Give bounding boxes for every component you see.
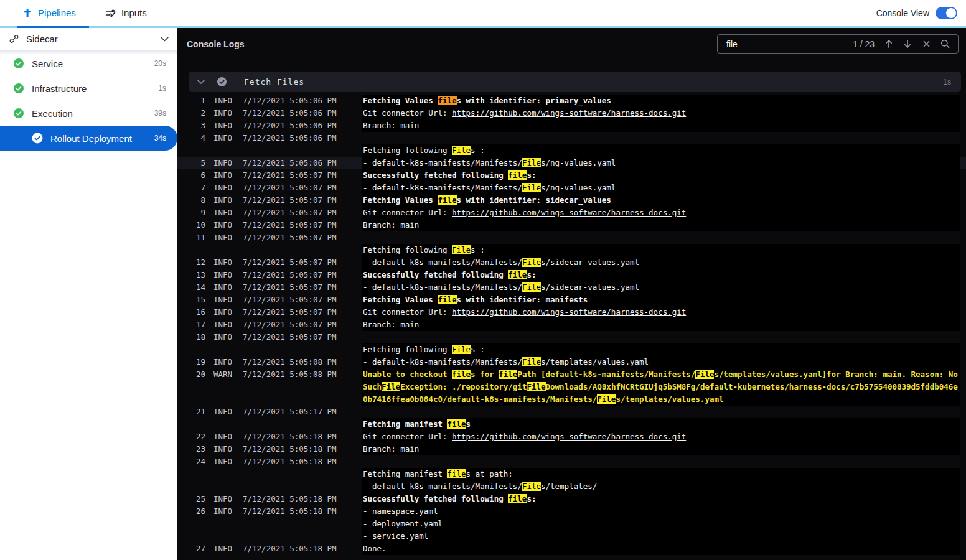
log-section-fetch-files[interactable]: Fetch Files 1s — [189, 72, 961, 92]
search-match: File — [522, 482, 541, 491]
log-row: 17INFO7/12/2021 5:05:07 PMBranch: main — [177, 319, 966, 331]
log-message: Fetching manifest files — [362, 418, 960, 431]
stage-label: Rollout Deployment — [50, 133, 132, 144]
log-line-number: 14 — [187, 281, 205, 294]
log-row: Fetching manifest files at path: — [177, 468, 966, 480]
search-input[interactable] — [725, 39, 853, 50]
arrow-up-icon[interactable] — [879, 37, 898, 52]
log-row: Fetching manifest files — [177, 418, 966, 431]
log-link[interactable]: https://github.com/wings-software/harnes… — [452, 432, 686, 441]
log-row: 10INFO7/12/2021 5:05:07 PMBranch: main — [177, 219, 966, 231]
log-timestamp: 7/12/2021 5:05:07 PM — [243, 169, 336, 182]
tab-inputs-label: Inputs — [121, 7, 147, 18]
log-level: INFO — [213, 455, 242, 468]
log-line-number: 10 — [187, 219, 205, 231]
log-level: INFO — [213, 119, 242, 132]
sidebar-item-infrastructure[interactable]: Infrastructure 1s — [0, 76, 177, 101]
log-row: - default-k8s-manifests/Manifests/Files/… — [177, 480, 966, 493]
log-message: - service.yaml — [362, 530, 960, 543]
log-line-number: 25 — [187, 493, 205, 505]
log-line-number: 19 — [187, 356, 205, 368]
log-row: 18INFO7/12/2021 5:05:07 PM — [177, 331, 966, 343]
log-row: 2INFO7/12/2021 5:05:06 PMGit connector U… — [177, 107, 966, 119]
log-row: 11INFO7/12/2021 5:05:07 PM — [177, 231, 966, 244]
success-check-icon — [13, 83, 24, 94]
chevron-down-icon[interactable] — [161, 37, 169, 42]
log-timestamp: 7/12/2021 5:05:07 PM — [243, 281, 336, 294]
log-message: Branch: main — [362, 119, 960, 132]
log-row: 4INFO7/12/2021 5:05:06 PM — [177, 132, 966, 144]
log-timestamp: 7/12/2021 5:05:07 PM — [243, 194, 336, 207]
log-link[interactable]: https://github.com/wings-software/harnes… — [452, 108, 686, 118]
sidebar-item-rollout-deployment[interactable]: Rollout Deployment 34s — [0, 126, 177, 151]
search-match: file — [447, 469, 466, 478]
search-match: file — [447, 419, 466, 429]
stage-label: Infrastructure — [32, 83, 87, 94]
arrow-down-icon[interactable] — [898, 37, 917, 52]
pipeline-header[interactable]: Sidecar — [0, 28, 177, 50]
log-message: Branch: main — [362, 219, 960, 231]
search-icon[interactable] — [936, 37, 954, 52]
log-line-number: 8 — [187, 194, 205, 207]
log-link[interactable]: https://github.com/wings-software/harnes… — [452, 307, 686, 317]
active-tab-underline — [17, 26, 89, 28]
log-line-number: 5 — [187, 157, 205, 169]
log-level: INFO — [213, 543, 242, 555]
log-message: - default-k8s-manifests/Manifests/Files/… — [362, 182, 960, 194]
log-timestamp: 7/12/2021 5:05:18 PM — [243, 443, 336, 455]
log-line-number: 17 — [187, 319, 205, 331]
search-match: File — [527, 382, 545, 391]
log-row: 13INFO7/12/2021 5:05:07 PMSuccessfully f… — [177, 269, 966, 281]
search-match: File — [522, 158, 541, 167]
sidebar-item-execution[interactable]: Execution 39s — [0, 101, 177, 126]
log-row: 8INFO7/12/2021 5:05:07 PMFetching Values… — [177, 194, 966, 207]
stage-duration: 1s — [158, 84, 166, 93]
log-level: INFO — [213, 207, 242, 219]
log-timestamp: 7/12/2021 5:05:17 PM — [243, 406, 336, 418]
log-timestamp: 7/12/2021 5:05:18 PM — [243, 455, 336, 468]
log-message: - namespace.yaml — [362, 505, 960, 518]
log-link[interactable]: https://github.com/wings-software/harnes… — [452, 208, 686, 217]
log-timestamp: 7/12/2021 5:05:06 PM — [243, 119, 336, 132]
search-match: file — [508, 270, 527, 279]
log-level: INFO — [213, 194, 242, 207]
success-check-icon — [32, 133, 43, 144]
log-message: Done. — [362, 543, 960, 555]
pipeline-icon — [22, 8, 32, 18]
log-row: Fetching following Files : — [177, 343, 966, 356]
close-icon[interactable] — [917, 37, 936, 52]
search-match: file — [508, 494, 527, 503]
search-match: file — [438, 96, 456, 105]
log-message: - default-k8s-manifests/Manifests/Files/… — [362, 256, 960, 269]
log-row: 19INFO7/12/2021 5:05:08 PM- default-k8s-… — [177, 356, 966, 368]
log-row: - deployment.yaml — [177, 518, 966, 530]
tab-inputs[interactable]: Inputs — [105, 7, 147, 18]
log-timestamp: 7/12/2021 5:05:07 PM — [243, 207, 336, 219]
tab-pipelines[interactable]: Pipelines — [22, 7, 76, 18]
log-level: INFO — [213, 319, 242, 331]
log-level: INFO — [213, 231, 242, 244]
log-level: INFO — [213, 493, 242, 505]
log-level: INFO — [213, 182, 242, 194]
stage-list: Service 20s Infrastructure 1s Execution … — [0, 50, 177, 151]
log-message: - default-k8s-manifests/Manifests/Files/… — [362, 281, 960, 294]
section-duration: 1s — [943, 78, 951, 86]
console-view-toggle[interactable] — [936, 7, 957, 19]
log-timestamp: 7/12/2021 5:05:07 PM — [243, 319, 336, 331]
log-timestamp: 7/12/2021 5:05:06 PM — [243, 132, 336, 144]
pipeline-stages-sidebar: Sidecar Service 20s Infrastructure 1s Ex… — [0, 28, 177, 560]
log-message: - deployment.yaml — [362, 518, 960, 530]
sidebar-item-service[interactable]: Service 20s — [0, 51, 177, 76]
search-match-count: 1 / 23 — [853, 39, 875, 49]
log-message: Fetching following Files : — [362, 144, 960, 157]
chevron-down-icon[interactable] — [197, 80, 205, 85]
log-level: INFO — [213, 256, 242, 269]
log-message: Git connector Url: https://github.com/wi… — [362, 207, 960, 219]
search-match: File — [452, 146, 471, 155]
log-timestamp: 7/12/2021 5:05:08 PM — [243, 356, 336, 368]
log-row: - service.yaml — [177, 530, 966, 543]
log-level: INFO — [213, 157, 242, 169]
search-match: file — [438, 295, 456, 304]
log-line-number: 2 — [187, 107, 205, 119]
log-timestamp: 7/12/2021 5:05:07 PM — [243, 331, 336, 343]
